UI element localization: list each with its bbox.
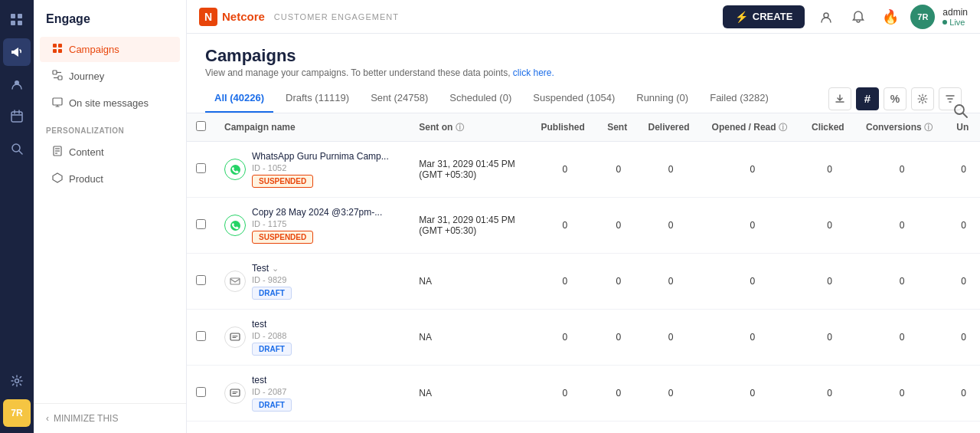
logo-mark: N xyxy=(199,8,217,26)
download-btn[interactable] xyxy=(828,87,851,110)
campaign-name-text[interactable]: test xyxy=(252,375,266,385)
sent-on-value: NA xyxy=(419,276,522,287)
th-sent-on: Sent on ⓘ xyxy=(410,113,531,142)
nav-icon-notification-bell[interactable]: 7R xyxy=(3,399,31,427)
th-opened-read: Opened / Read ⓘ xyxy=(703,113,802,142)
dropdown-arrow[interactable]: ⌄ xyxy=(272,264,279,274)
select-all-checkbox[interactable] xyxy=(196,121,206,131)
nav-icon-calendar[interactable] xyxy=(3,103,31,130)
tab-all[interactable]: All (40226) xyxy=(205,84,273,113)
tab-drafts[interactable]: Drafts (11119) xyxy=(276,84,358,113)
row-checkbox-2[interactable] xyxy=(196,275,206,285)
click-here-link[interactable]: click here. xyxy=(513,67,554,78)
row-checkbox-4[interactable] xyxy=(196,387,206,397)
main-wrapper: N Netcore CUSTOMER ENGAGEMENT ⚡ CREATE xyxy=(187,0,980,433)
search-top-icon[interactable] xyxy=(952,103,968,122)
opened-read-cell: 0 xyxy=(703,254,802,310)
svg-rect-40 xyxy=(230,389,240,396)
un-cell: 0 xyxy=(947,254,980,310)
svg-rect-13 xyxy=(58,44,62,48)
status-dot xyxy=(942,20,947,25)
whatsapp-channel-icon xyxy=(224,215,246,236)
campaign-id: ID - 1175 xyxy=(252,219,382,228)
nav-icon-megaphone[interactable] xyxy=(3,38,31,66)
campaign-info: Copy 28 May 2024 @3:27pm-... ID - 1175 S… xyxy=(252,207,382,244)
minimize-button[interactable]: ‹ MINIMIZE THIS xyxy=(34,403,186,433)
row-checkbox-cell xyxy=(187,366,215,422)
delivered-cell: 0 xyxy=(639,366,702,422)
svg-line-29 xyxy=(963,113,967,117)
percent-btn[interactable]: % xyxy=(884,87,906,110)
clicked-cell: 0 xyxy=(802,310,857,366)
icon-bar: 7R xyxy=(0,0,34,433)
svg-rect-37 xyxy=(230,333,240,340)
clicked-cell: 0 xyxy=(802,366,857,422)
minimize-icon: ‹ xyxy=(46,413,49,424)
notification-icon[interactable] xyxy=(846,5,871,29)
tab-failed[interactable]: Failed (3282) xyxy=(701,84,778,113)
sent-on-cell: NA xyxy=(410,254,531,310)
brand-name: Netcore xyxy=(222,10,265,23)
sidebar-item-journey[interactable]: Journey xyxy=(40,64,180,89)
fire-icon[interactable]: 🔥 xyxy=(878,5,903,29)
published-cell: 0 xyxy=(532,198,599,254)
tab-scheduled[interactable]: Scheduled (0) xyxy=(440,84,521,113)
delivered-cell: 0 xyxy=(639,142,702,198)
create-button[interactable]: ⚡ CREATE xyxy=(723,5,805,28)
campaign-name-text[interactable]: WhatsApp Guru Purnima Camp... xyxy=(252,151,389,162)
row-checkbox-cell xyxy=(187,254,215,310)
campaign-name-cell: test ID - 2088 DRAFT xyxy=(215,310,410,366)
page-title: Campaigns xyxy=(205,46,962,66)
row-checkbox-1[interactable] xyxy=(196,219,206,229)
nav-icon-settings[interactable] xyxy=(3,367,31,395)
sidebar-item-campaigns-label: Campaigns xyxy=(69,44,119,55)
tab-sent[interactable]: Sent (24758) xyxy=(361,84,437,113)
sms-channel-icon xyxy=(224,382,246,404)
tab-running[interactable]: Running (0) xyxy=(627,84,697,113)
campaign-badge: DRAFT xyxy=(252,287,292,300)
nav-icon-users[interactable] xyxy=(3,71,31,98)
campaign-name-text[interactable]: Test xyxy=(252,263,269,274)
sidebar-item-product-label: Product xyxy=(69,173,103,185)
svg-rect-17 xyxy=(58,76,62,80)
settings-btn[interactable] xyxy=(911,87,934,110)
nav-icon-grid[interactable] xyxy=(3,6,31,34)
user-icon[interactable] xyxy=(814,5,838,29)
content-icon xyxy=(52,146,63,159)
campaign-name-text[interactable]: Copy 28 May 2024 @3:27pm-... xyxy=(252,207,382,218)
th-delivered: Delivered xyxy=(639,113,702,142)
opened-read-cell: 0 xyxy=(703,310,802,366)
tab-suspended[interactable]: Suspended (1054) xyxy=(524,84,624,113)
lightning-icon: ⚡ xyxy=(735,11,748,23)
campaign-name-text[interactable]: test xyxy=(252,319,266,330)
svg-point-35 xyxy=(230,221,240,231)
table-row: Copy 28 May 2024 @3:27pm-... ID - 1175 S… xyxy=(187,198,980,254)
th-published: Published xyxy=(532,113,599,142)
sidebar-nav: Campaigns Journey On site m xyxy=(34,35,186,403)
sidebar-item-onsite-label: On site messages xyxy=(69,97,149,109)
product-icon xyxy=(52,172,63,185)
conversions-cell: 0 xyxy=(857,142,947,198)
sidebar-item-campaigns[interactable]: Campaigns xyxy=(40,37,180,62)
opened-read-cell: 0 xyxy=(703,198,802,254)
sidebar-item-product[interactable]: Product xyxy=(40,166,180,192)
avatar[interactable]: 7R xyxy=(910,5,935,29)
table-row: test ID - 2087 DRAFT NA 0 0 0 0 0 0 0 xyxy=(187,366,980,422)
row-checkbox-3[interactable] xyxy=(196,331,206,341)
admin-name: admin xyxy=(942,7,968,18)
svg-rect-5 xyxy=(11,112,22,122)
svg-rect-12 xyxy=(53,44,57,48)
sidebar-item-onsite[interactable]: On site messages xyxy=(40,90,180,116)
content-area: Campaigns View and manage your campaigns… xyxy=(187,34,980,433)
un-cell: 0 xyxy=(947,142,980,198)
topbar: N Netcore CUSTOMER ENGAGEMENT ⚡ CREATE xyxy=(187,0,980,34)
hash-btn[interactable]: # xyxy=(856,87,879,110)
svg-point-27 xyxy=(824,13,828,18)
nav-icon-search[interactable] xyxy=(3,135,31,162)
row-checkbox-0[interactable] xyxy=(196,163,206,173)
topbar-icons: 🔥 7R admin Live xyxy=(814,5,968,29)
table-row: WhatsApp Guru Purnima Camp... ID - 1052 … xyxy=(187,142,980,198)
delivered-cell: 0 xyxy=(639,310,702,366)
sidebar-item-content[interactable]: Content xyxy=(40,139,180,165)
un-cell: 0 xyxy=(947,310,980,366)
